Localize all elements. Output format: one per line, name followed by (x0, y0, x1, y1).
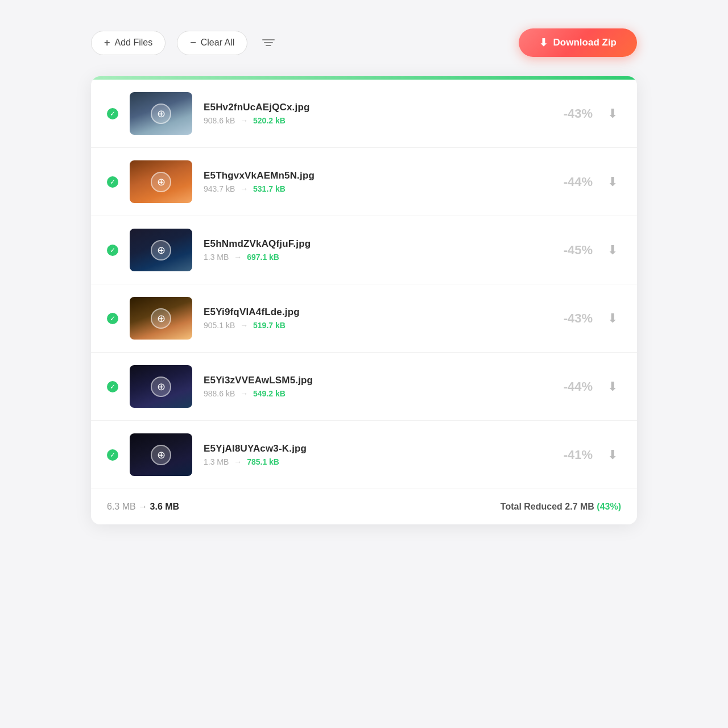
file-info: E5ThgvxVkAEMn5N.jpg 943.7 kB → 531.7 kB (204, 170, 541, 193)
check-wrap: ✓ (107, 381, 118, 392)
file-row: ✓ ⊕ E5YjAI8UYAcw3-K.jpg 1.3 MB → 785.1 k… (91, 421, 637, 489)
add-files-button[interactable]: + Add Files (91, 31, 166, 55)
size-arrow: → (234, 457, 242, 466)
file-row: ✓ ⊕ E5Yi9fqVIA4fLde.jpg 905.1 kB → 519.7… (91, 284, 637, 353)
file-download-button[interactable]: ⬇ (604, 308, 621, 329)
new-size: 519.7 kB (253, 321, 286, 330)
file-name: E5ThgvxVkAEMn5N.jpg (204, 170, 541, 181)
check-circle: ✓ (107, 176, 118, 188)
file-name: E5hNmdZVkAQfjuF.jpg (204, 238, 541, 250)
file-row: ✓ ⊕ E5Hv2fnUcAEjQCx.jpg 908.6 kB → 520.2… (91, 80, 637, 148)
check-wrap: ✓ (107, 449, 118, 461)
filter-line-3 (266, 45, 271, 46)
reduction-percent: -45% (553, 243, 593, 258)
filter-line-1 (262, 39, 275, 40)
new-size: 697.1 kB (247, 253, 279, 262)
thumbnail-wrap[interactable]: ⊕ (130, 229, 192, 271)
file-name: E5Yi9fqVIA4fLde.jpg (204, 307, 541, 318)
file-info: E5Yi9fqVIA4fLde.jpg 905.1 kB → 519.7 kB (204, 307, 541, 330)
footer-summary-pct: (43%) (597, 502, 621, 511)
file-info: E5Yi3zVVEAwLSM5.jpg 988.6 kB → 549.2 kB (204, 375, 541, 398)
zoom-icon: ⊕ (151, 377, 171, 397)
file-list: ✓ ⊕ E5Hv2fnUcAEjQCx.jpg 908.6 kB → 520.2… (91, 80, 637, 489)
zoom-icon: ⊕ (151, 240, 171, 260)
check-circle: ✓ (107, 381, 118, 392)
size-arrow: → (240, 184, 248, 193)
filter-button[interactable] (259, 36, 278, 49)
reduction-percent: -41% (553, 448, 593, 462)
minus-icon: − (190, 37, 196, 49)
file-name: E5Hv2fnUcAEjQCx.jpg (204, 102, 541, 113)
file-size: 943.7 kB → 531.7 kB (204, 184, 541, 193)
footer-original-size: 6.3 MB (107, 502, 136, 511)
reduction-percent: -44% (553, 379, 593, 394)
file-size: 1.3 MB → 785.1 kB (204, 457, 541, 466)
check-circle: ✓ (107, 245, 118, 256)
reduction-percent: -44% (553, 175, 593, 189)
page-wrapper: + Add Files − Clear All ⬇ Download Zip (91, 23, 637, 524)
check-circle: ✓ (107, 449, 118, 461)
file-download-button[interactable]: ⬇ (604, 444, 621, 466)
new-size: 531.7 kB (253, 184, 286, 193)
original-size: 905.1 kB (204, 321, 235, 330)
file-download-button[interactable]: ⬇ (604, 171, 621, 193)
check-wrap: ✓ (107, 313, 118, 324)
size-arrow: → (240, 321, 248, 330)
check-wrap: ✓ (107, 176, 118, 188)
size-arrow: → (240, 389, 248, 398)
check-circle: ✓ (107, 313, 118, 324)
footer-summary-label: Total Reduced 2.7 MB (500, 502, 594, 511)
original-size: 908.6 kB (204, 116, 235, 125)
zoom-icon: ⊕ (151, 172, 171, 192)
file-info: E5Hv2fnUcAEjQCx.jpg 908.6 kB → 520.2 kB (204, 102, 541, 125)
plus-icon: + (104, 37, 110, 49)
reduction-percent: -43% (553, 311, 593, 326)
file-size: 1.3 MB → 697.1 kB (204, 253, 541, 262)
check-wrap: ✓ (107, 108, 118, 119)
clear-all-button[interactable]: − Clear All (177, 31, 247, 55)
thumbnail-wrap[interactable]: ⊕ (130, 365, 192, 408)
size-arrow: → (234, 253, 242, 262)
filter-line-2 (264, 42, 273, 43)
file-info: E5hNmdZVkAQfjuF.jpg 1.3 MB → 697.1 kB (204, 238, 541, 262)
download-zip-label: Download Zip (553, 37, 617, 48)
file-name: E5YjAI8UYAcw3-K.jpg (204, 443, 541, 454)
file-size: 905.1 kB → 519.7 kB (204, 321, 541, 330)
original-size: 1.3 MB (204, 253, 229, 262)
download-zip-button[interactable]: ⬇ Download Zip (519, 28, 637, 57)
file-name: E5Yi3zVVEAwLSM5.jpg (204, 375, 541, 386)
original-size: 943.7 kB (204, 184, 235, 193)
file-download-button[interactable]: ⬇ (604, 103, 621, 125)
file-row: ✓ ⊕ E5ThgvxVkAEMn5N.jpg 943.7 kB → 531.7… (91, 148, 637, 216)
card-footer: 6.3 MB → 3.6 MB Total Reduced 2.7 MB (43… (91, 489, 637, 524)
footer-total: Total Reduced 2.7 MB (43%) (500, 502, 621, 512)
main-card: ✓ ⊕ E5Hv2fnUcAEjQCx.jpg 908.6 kB → 520.2… (91, 76, 637, 524)
clear-all-label: Clear All (201, 38, 235, 48)
thumbnail-wrap[interactable]: ⊕ (130, 160, 192, 203)
file-info: E5YjAI8UYAcw3-K.jpg 1.3 MB → 785.1 kB (204, 443, 541, 466)
check-circle: ✓ (107, 108, 118, 119)
zoom-icon: ⊕ (151, 308, 171, 329)
check-wrap: ✓ (107, 245, 118, 256)
original-size: 988.6 kB (204, 389, 235, 398)
add-files-label: Add Files (115, 38, 153, 48)
footer-new-size: 3.6 MB (150, 502, 180, 511)
thumbnail-wrap[interactable]: ⊕ (130, 92, 192, 135)
toolbar-left: + Add Files − Clear All (91, 31, 507, 55)
original-size: 1.3 MB (204, 457, 229, 466)
toolbar: + Add Files − Clear All ⬇ Download Zip (91, 23, 637, 63)
file-row: ✓ ⊕ E5hNmdZVkAQfjuF.jpg 1.3 MB → 697.1 k… (91, 216, 637, 284)
file-row: ✓ ⊕ E5Yi3zVVEAwLSM5.jpg 988.6 kB → 549.2… (91, 353, 637, 421)
size-arrow: → (240, 116, 248, 125)
new-size: 549.2 kB (253, 389, 286, 398)
file-download-button[interactable]: ⬇ (604, 239, 621, 261)
thumbnail-wrap[interactable]: ⊕ (130, 433, 192, 476)
new-size: 785.1 kB (247, 457, 279, 466)
file-download-button[interactable]: ⬇ (604, 376, 621, 398)
thumbnail-wrap[interactable]: ⊕ (130, 297, 192, 340)
footer-size: 6.3 MB → 3.6 MB (107, 502, 179, 512)
zoom-icon: ⊕ (151, 104, 171, 124)
footer-arrow: → (138, 502, 150, 511)
file-size: 908.6 kB → 520.2 kB (204, 116, 541, 125)
download-icon: ⬇ (539, 36, 548, 49)
